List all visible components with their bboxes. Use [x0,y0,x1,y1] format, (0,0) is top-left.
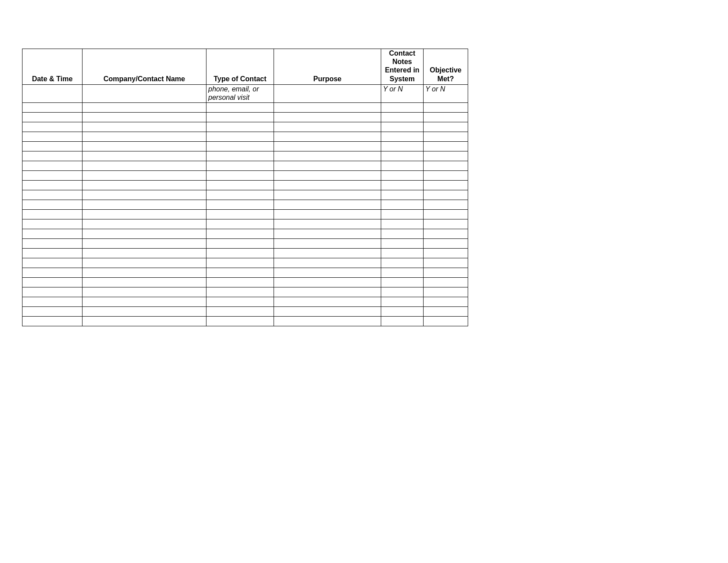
table-cell [424,112,468,122]
table-cell [23,306,83,316]
table-cell [274,180,381,190]
table-cell [206,238,274,248]
table-cell [424,219,468,229]
table-cell [23,132,83,141]
table-cell [381,287,424,297]
table-row [23,122,468,132]
table-row [23,268,468,277]
table-cell [274,102,381,112]
table-cell [424,151,468,161]
table-cell [206,122,274,132]
table-cell [381,238,424,248]
contact-log-table: Date & Time Company/Contact Name Type of… [22,49,468,326]
table-cell [424,248,468,258]
table-cell [424,258,468,268]
table-cell [206,297,274,306]
table-cell [381,132,424,141]
table-cell [23,287,83,297]
hint-date-time [23,84,83,102]
table-row [23,132,468,141]
table-cell [83,132,206,141]
header-purpose: Purpose [274,49,381,85]
table-cell [381,151,424,161]
table-cell [381,248,424,258]
table-cell [381,258,424,268]
table-cell [83,151,206,161]
table-row [23,161,468,170]
table-cell [274,112,381,122]
table-cell [83,306,206,316]
header-notes-entered: Contact Notes Entered in System [381,49,424,85]
hint-company-contact [83,84,206,102]
table-cell [23,268,83,277]
table-cell [424,132,468,141]
table-cell [83,316,206,326]
table-cell [424,297,468,306]
hint-objective-met: Y or N [424,84,468,102]
table-cell [274,209,381,219]
table-cell [274,287,381,297]
table-cell [206,306,274,316]
table-cell [23,200,83,209]
table-cell [206,248,274,258]
table-cell [424,180,468,190]
table-cell [274,122,381,132]
table-cell [274,238,381,248]
table-row [23,306,468,316]
table-cell [381,277,424,287]
table-cell [424,316,468,326]
table-row [23,141,468,151]
table-cell [274,141,381,151]
table-cell [23,122,83,132]
table-cell [424,190,468,200]
table-cell [83,209,206,219]
table-cell [206,102,274,112]
table-cell [381,190,424,200]
table-row [23,112,468,122]
table-cell [23,229,83,238]
header-company-contact: Company/Contact Name [83,49,206,85]
table-cell [274,132,381,141]
table-cell [381,268,424,277]
table-row [23,287,468,297]
table-row [23,190,468,200]
header-objective-met: Objective Met? [424,49,468,85]
table-cell [83,229,206,238]
table-cell [23,258,83,268]
table-cell [83,190,206,200]
table-cell [206,209,274,219]
table-cell [83,277,206,287]
table-cell [424,287,468,297]
table-cell [381,229,424,238]
document-page: Date & Time Company/Contact Name Type of… [0,0,728,326]
table-cell [381,161,424,170]
table-row [23,170,468,180]
table-cell [23,190,83,200]
table-body: phone, email, or personal visit Y or N Y… [23,84,468,326]
table-cell [381,297,424,306]
table-cell [206,287,274,297]
table-cell [23,161,83,170]
table-row [23,151,468,161]
table-cell [424,102,468,112]
table-cell [206,141,274,151]
table-cell [206,161,274,170]
header-row: Date & Time Company/Contact Name Type of… [23,49,468,85]
table-cell [206,229,274,238]
table-cell [274,170,381,180]
table-cell [206,219,274,229]
table-cell [381,200,424,209]
table-cell [381,122,424,132]
table-cell [381,219,424,229]
table-cell [424,161,468,170]
table-cell [381,102,424,112]
table-row [23,102,468,112]
table-row [23,297,468,306]
table-cell [23,238,83,248]
table-cell [83,200,206,209]
table-row [23,200,468,209]
table-cell [83,102,206,112]
table-cell [274,161,381,170]
table-cell [23,112,83,122]
table-cell [274,316,381,326]
